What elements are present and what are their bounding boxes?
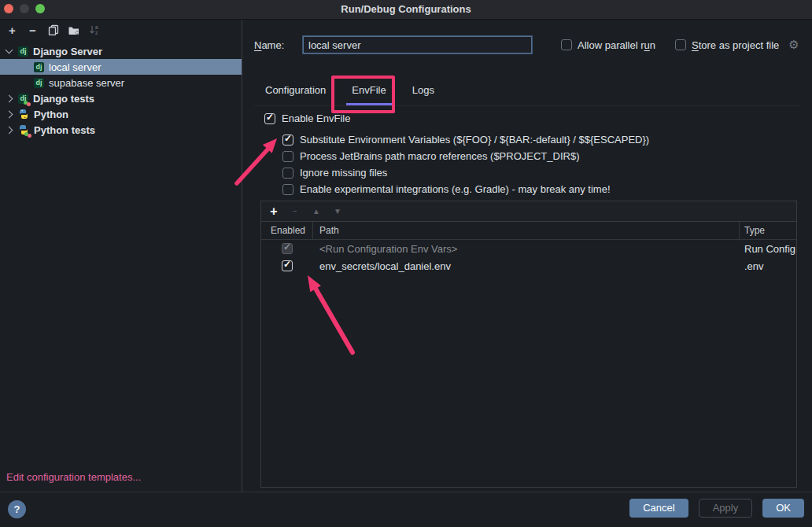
env-row-path: env_secrets/local_daniel.env: [313, 260, 740, 272]
sidebar-item-python[interactable]: Python: [0, 106, 242, 122]
edit-configuration-templates-link[interactable]: Edit configuration templates...: [6, 471, 141, 483]
tree-item-label: Python: [34, 109, 68, 120]
option-label: Ignore missing files: [300, 167, 387, 179]
zoom-window-button[interactable]: [35, 4, 45, 13]
close-window-button[interactable]: [4, 4, 13, 13]
env-row-path: <Run Configuration Env Vars>: [313, 243, 740, 255]
configurations-sidebar: + − az dj Django Server dj local server …: [0, 20, 242, 492]
python-tests-icon: [18, 124, 29, 135]
chevron-down-icon[interactable]: [6, 46, 13, 54]
django-tests-icon: dj: [18, 94, 28, 104]
name-input[interactable]: [303, 36, 532, 53]
remove-env-file-icon: −: [290, 207, 301, 216]
name-label: Name:: [254, 39, 303, 51]
sort-configurations-icon: az: [87, 24, 101, 37]
minimize-window-button: [20, 4, 29, 13]
checkbox-icon[interactable]: [282, 260, 293, 271]
tree-item-label: Python tests: [34, 124, 95, 136]
sidebar-item-local-server[interactable]: dj local server: [0, 59, 242, 75]
tree-item-label: Django Server: [33, 46, 102, 57]
tab-configuration[interactable]: Configuration: [265, 84, 326, 105]
env-row-type: .env: [740, 260, 796, 272]
chevron-right-icon[interactable]: [6, 94, 13, 102]
sidebar-toolbar: + − az: [0, 20, 242, 40]
django-icon: dj: [34, 62, 44, 72]
sidebar-item-python-tests[interactable]: Python tests: [0, 122, 242, 138]
sidebar-item-django-tests[interactable]: dj Django tests: [0, 90, 242, 106]
apply-button: Apply: [699, 499, 753, 518]
window-title: Run/Debug Configurations: [0, 0, 812, 19]
table-header: Enabled Path Type: [261, 222, 796, 240]
chevron-right-icon[interactable]: [6, 110, 13, 118]
gear-icon[interactable]: ⚙: [788, 38, 799, 52]
checkbox-icon[interactable]: [282, 151, 293, 162]
tab-logs[interactable]: Logs: [412, 84, 434, 105]
checkbox-icon: [282, 243, 293, 254]
svg-text:a: a: [95, 24, 98, 30]
option-experimental-integrations[interactable]: Enable experimental integrations (e.g. G…: [282, 181, 801, 197]
traffic-lights: [4, 4, 45, 13]
envfile-table-toolbar: + − ▲ ▼: [261, 201, 796, 222]
option-enable-envfile[interactable]: Enable EnvFile: [264, 110, 801, 127]
new-folder-icon[interactable]: [67, 24, 80, 37]
envfile-options: Enable EnvFile Substitute Environment Va…: [264, 110, 801, 197]
checkbox-icon[interactable]: [561, 39, 572, 50]
store-as-project-file-checkbox[interactable]: Store as project file ⚙: [675, 38, 799, 52]
option-process-path-macros[interactable]: Process JetBrains path macro references …: [282, 148, 801, 164]
option-ignore-missing-files[interactable]: Ignore missing files: [282, 164, 801, 181]
checkbox-icon[interactable]: [264, 113, 275, 124]
tree-item-label: supabase server: [49, 77, 124, 89]
move-up-icon: ▲: [311, 207, 322, 216]
tree-item-label: Django tests: [33, 93, 94, 105]
python-icon: [18, 109, 29, 120]
configuration-tabs: Configuration EnvFile Logs: [254, 79, 801, 106]
title-bar: Run/Debug Configurations: [0, 0, 812, 20]
allow-parallel-run-checkbox[interactable]: Allow parallel run: [561, 39, 655, 51]
option-label: Substitute Environment Variables (${FOO}…: [300, 134, 649, 146]
help-button[interactable]: ?: [8, 500, 26, 518]
table-row[interactable]: env_secrets/local_daniel.env .env: [261, 257, 796, 275]
django-icon: dj: [18, 46, 28, 57]
add-env-file-icon[interactable]: +: [268, 205, 279, 219]
column-header-enabled: Enabled: [261, 222, 313, 239]
tab-envfile[interactable]: EnvFile: [346, 84, 391, 105]
env-row-type: Run Config: [740, 243, 796, 255]
sidebar-item-supabase-server[interactable]: dj supabase server: [0, 75, 242, 90]
option-substitute-env-vars[interactable]: Substitute Environment Variables (${FOO}…: [282, 131, 801, 148]
remove-configuration-icon[interactable]: −: [26, 24, 39, 37]
column-header-path: Path: [313, 222, 740, 239]
checkbox-icon[interactable]: [675, 39, 686, 50]
configuration-editor-panel: Name: Allow parallel run Store as projec…: [243, 20, 812, 492]
copy-configuration-icon[interactable]: [46, 24, 60, 37]
checkbox-icon[interactable]: [282, 184, 293, 195]
table-row[interactable]: <Run Configuration Env Vars> Run Config: [261, 240, 796, 257]
option-label: Process JetBrains path macro references …: [300, 150, 579, 162]
name-row: Name: Allow parallel run Store as projec…: [254, 35, 804, 54]
option-label: Enable experimental integrations (e.g. G…: [300, 183, 611, 195]
allow-parallel-run-label: Allow parallel run: [578, 39, 655, 51]
django-icon: dj: [34, 78, 44, 88]
test-overlay-icon: [24, 132, 31, 138]
svg-text:z: z: [95, 30, 98, 35]
column-header-type: Type: [740, 225, 796, 236]
run-debug-configurations-dialog: { "window": { "title": "Run/Debug Config…: [0, 0, 812, 527]
move-down-icon: ▼: [332, 207, 343, 216]
checkbox-icon[interactable]: [282, 135, 293, 146]
chevron-right-icon[interactable]: [6, 126, 13, 134]
configurations-tree: dj Django Server dj local server dj supa…: [0, 43, 242, 138]
add-configuration-icon[interactable]: +: [6, 24, 19, 37]
ok-button[interactable]: OK: [762, 499, 804, 518]
dialog-footer: ? Cancel Apply OK: [0, 492, 812, 527]
cancel-button[interactable]: Cancel: [629, 499, 688, 518]
envfile-table: + − ▲ ▼ Enabled Path Type <Run Configura…: [260, 201, 797, 488]
sidebar-item-django-server[interactable]: dj Django Server: [0, 43, 242, 59]
checkbox-icon[interactable]: [282, 168, 293, 179]
option-label: Enable EnvFile: [282, 112, 350, 124]
tree-item-label: local server: [49, 61, 101, 73]
store-as-project-file-label: Store as project file: [692, 39, 779, 51]
test-overlay-icon: [24, 101, 31, 106]
